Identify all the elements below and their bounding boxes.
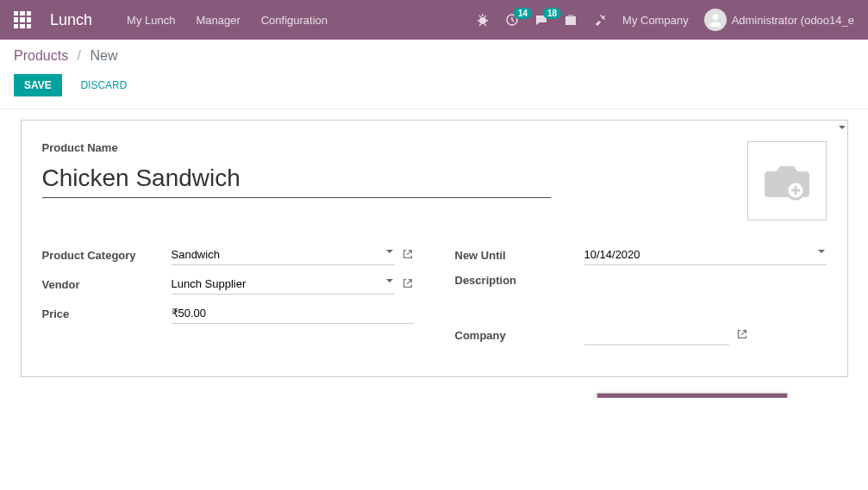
external-link-icon <box>736 328 748 340</box>
tools-icon[interactable] <box>593 13 607 27</box>
description-label: Description <box>455 274 584 287</box>
debug-icon[interactable] <box>476 13 490 27</box>
datepicker: ❮ October 2020 ❯ #SuMoTuWeThFrSa 4027282… <box>596 393 788 398</box>
image-upload[interactable] <box>747 141 827 220</box>
product-name-label: Product Name <box>42 141 727 154</box>
discuss-icon[interactable]: 18 <box>534 13 548 27</box>
apps-icon[interactable] <box>14 11 31 28</box>
breadcrumb-sep: / <box>78 48 81 63</box>
price-label: Price <box>42 307 172 320</box>
save-button[interactable]: Save <box>14 74 62 96</box>
new-until-label: New Until <box>455 249 584 262</box>
svg-point-4 <box>712 14 718 20</box>
avatar-icon <box>704 9 727 31</box>
breadcrumb-parent[interactable]: Products <box>14 48 68 63</box>
camera-plus-icon <box>763 161 811 201</box>
price-input[interactable] <box>172 303 414 324</box>
menu-configuration[interactable]: Configuration <box>261 14 328 27</box>
vendor-label: Vendor <box>42 278 172 291</box>
activities-icon[interactable]: 14 <box>505 13 519 27</box>
form-sheet: Product Name Product Category <box>21 120 848 377</box>
user-menu[interactable]: Administrator (odoo14_e <box>704 9 854 31</box>
breadcrumb: Products / New <box>14 48 854 64</box>
app-title: Lunch <box>50 11 92 29</box>
menu-manager[interactable]: Manager <box>196 14 240 27</box>
company-select[interactable] <box>584 325 729 345</box>
control-bar: Products / New Save Discard <box>0 40 868 109</box>
company-name: My Company <box>622 14 689 27</box>
company-switcher[interactable]: My Company <box>622 14 689 27</box>
main-menu: My Lunch Manager Configuration <box>127 14 328 27</box>
product-name-input[interactable] <box>42 159 551 198</box>
new-until-input[interactable] <box>584 245 827 265</box>
discard-button[interactable]: Discard <box>70 74 137 96</box>
vendor-external-link[interactable] <box>402 277 414 292</box>
company-external-link[interactable] <box>736 328 748 343</box>
external-link-icon <box>402 248 414 260</box>
company-label: Company <box>455 329 584 342</box>
vendor-select[interactable] <box>172 274 395 295</box>
category-external-link[interactable] <box>402 248 414 263</box>
breadcrumb-current: New <box>91 48 118 63</box>
navbar: Lunch My Lunch Manager Configuration 14 … <box>0 0 868 40</box>
category-label: Product Category <box>42 249 172 262</box>
external-link-icon <box>402 277 414 289</box>
menu-my-lunch[interactable]: My Lunch <box>127 14 175 27</box>
gift-icon[interactable] <box>564 13 578 27</box>
chevron-down-icon <box>839 126 846 129</box>
category-select[interactable] <box>172 245 395 265</box>
activities-badge: 14 <box>514 8 532 19</box>
svg-point-0 <box>479 17 486 24</box>
user-name: Administrator (odoo14_e <box>732 14 854 27</box>
discuss-badge: 18 <box>543 8 561 19</box>
